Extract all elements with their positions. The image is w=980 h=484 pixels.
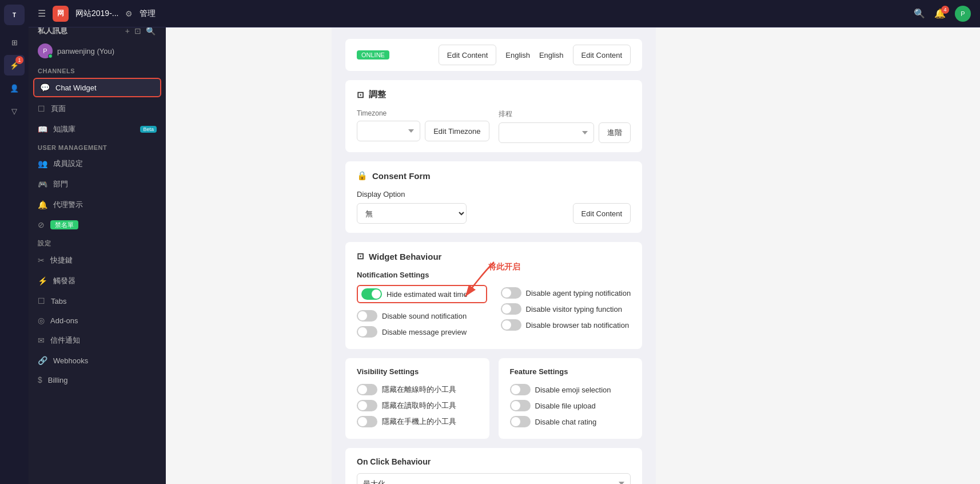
consent-form-header: 🔒 Consent Form (357, 170, 631, 181)
toggle-switch-visitor-typing[interactable] (501, 303, 521, 315)
schedule-select[interactable] (499, 122, 595, 143)
settings-icon: ⚙ (125, 9, 133, 18)
webhooks-icon: 🔗 (38, 356, 47, 365)
home-nav-item[interactable]: ⊞ (4, 32, 25, 53)
toggle-disable-visitor-typing[interactable]: Disable visitor typing function (501, 301, 631, 317)
feature-settings-label: Feature Settings (510, 367, 631, 376)
filter-icon: ▽ (11, 107, 17, 116)
top-partial-section: ONLINE Edit Content English English Edit… (345, 39, 642, 71)
toggle-hide-wait[interactable]: Hide estimated wait time (357, 285, 487, 303)
channels-section-label: Channels (29, 63, 166, 77)
toggle-switch-emoji[interactable] (510, 384, 531, 395)
tabs-icon: ☐ (38, 296, 45, 306)
banned-icon: ⊘ (38, 220, 45, 229)
toggle-label-chat-rating: Disable chat rating (535, 418, 597, 426)
sidebar-item-triggers[interactable]: ⚡ 觸發器 (29, 271, 166, 291)
toggle-disable-sound[interactable]: Disable sound notification (357, 308, 487, 324)
widget-behaviour-title: Widget Behaviour (369, 252, 441, 261)
departments-label: 部門 (53, 179, 68, 189)
contacts-icon: 👤 (10, 84, 19, 93)
onclick-header: On Click Behaviour (357, 457, 631, 466)
schedule-label: 排程 (499, 109, 631, 119)
user-mgmt-section-label: User Management (29, 140, 166, 153)
sidebar-item-members[interactable]: 👥 成員設定 (29, 153, 166, 174)
placeholder-text (399, 51, 429, 59)
toggle-disable-msg-preview[interactable]: Disable message preview (357, 324, 487, 340)
menu-icon[interactable]: ☰ (38, 8, 46, 19)
sidebar-item-departments[interactable]: 🎮 部門 (29, 174, 166, 195)
feature-settings-section: Feature Settings Disable emoji selection… (499, 358, 643, 439)
toggle-label-emoji: Disable emoji selection (535, 386, 611, 394)
departments-icon: 🎮 (38, 180, 47, 189)
sidebar-item-banned[interactable]: ⊘ 禁名單 (29, 215, 166, 235)
triggers-label: 觸發器 (53, 276, 75, 286)
toggle-hide-offline[interactable]: 隱藏在離線時的小工具 (357, 382, 478, 398)
proceed-btn[interactable]: 進階 (599, 122, 631, 143)
toggle-label-visitor-typing: Disable visitor typing function (526, 305, 622, 314)
addons-icon: ◎ (38, 316, 45, 325)
toggle-switch-file-upload[interactable] (510, 400, 531, 411)
toggle-disable-emoji[interactable]: Disable emoji selection (510, 382, 631, 398)
toggle-switch-msg-preview[interactable] (357, 326, 377, 338)
edit-timezone-btn[interactable]: Edit Timezone (425, 121, 489, 141)
sidebar-item-agent-alert[interactable]: 🔔 代理警示 (29, 195, 166, 215)
sidebar-item-knowledge[interactable]: 📖 知識庫 Beta (29, 119, 166, 140)
toggle-disable-file-upload[interactable]: Disable file upload (510, 398, 631, 414)
sidebar-item-email[interactable]: ✉ 信件通知 (29, 330, 166, 351)
contacts-nav-item[interactable]: 👤 (4, 78, 25, 98)
toggle-label-agent-typing: Disable agent typing notification (526, 289, 631, 297)
display-option-row: 無 Edit Content (357, 203, 631, 224)
toggle-switch-reading[interactable] (357, 400, 377, 411)
edit-content-btn-top[interactable]: Edit Content (439, 45, 497, 65)
two-col-settings-row: Visibility Settings 隱藏在離線時的小工具 隱藏在讀取時的小工… (345, 358, 642, 439)
toggle-disable-browser-tab[interactable]: Disable browser tab notification (501, 317, 631, 333)
toggle-label-sound: Disable sound notification (382, 312, 467, 320)
onclick-behaviour-section: On Click Behaviour 最大化 (345, 448, 642, 484)
toggle-label-msg-preview: Disable message preview (382, 328, 467, 336)
adjustments-title: 調整 (369, 89, 386, 100)
sidebar-item-billing[interactable]: $ Billing (29, 370, 166, 390)
toggle-label-hide-wait: Hide estimated wait time (387, 290, 468, 299)
app-logo[interactable]: T (4, 5, 25, 25)
toggle-hide-reading[interactable]: 隱藏在讀取時的小工具 (357, 398, 478, 414)
toggle-switch-hide-wait[interactable] (361, 288, 382, 300)
home-icon: ⊞ (11, 38, 18, 47)
onclick-behaviour-select[interactable]: 最大化 (357, 473, 631, 484)
sidebar-item-addons[interactable]: ◎ Add-ons (29, 311, 166, 330)
left-toggles: Hide estimated wait time Disable sound n… (357, 285, 487, 340)
sidebar-item-chat-widget[interactable]: 💬 Chat Widget (33, 78, 161, 97)
toggle-switch-sound[interactable] (357, 310, 377, 322)
toggle-disable-agent-typing[interactable]: Disable agent typing notification (501, 285, 631, 301)
email-icon: ✉ (38, 336, 45, 345)
timezone-select[interactable] (357, 121, 420, 141)
toggle-label-offline: 隱藏在離線時的小工具 (382, 384, 456, 395)
edit-content-btn-top2[interactable]: Edit Content (573, 45, 631, 65)
user-item-panwenjing[interactable]: P panwenjing (You) (29, 39, 166, 63)
toggle-hide-mobile[interactable]: 隱藏在手機上的小工具 (357, 414, 478, 430)
toggle-label-file-upload: Disable file upload (535, 402, 596, 410)
edit-content-consent-btn[interactable]: Edit Content (573, 203, 631, 224)
top-bar: ☰ 网 网站2019-... ⚙ 管理 🔍 🔔 4 P (29, 0, 656, 27)
visibility-settings-section: Visibility Settings 隱藏在離線時的小工具 隱藏在讀取時的小工… (345, 358, 489, 439)
lang-value: English (505, 51, 530, 59)
timezone-group: Timezone Edit Timezone (357, 109, 489, 143)
sidebar-item-webhooks[interactable]: 🔗 Webhooks (29, 351, 166, 370)
billing-icon: $ (38, 375, 42, 384)
toggle-disable-chat-rating[interactable]: Disable chat rating (510, 414, 631, 430)
toggle-switch-browser-tab[interactable] (501, 319, 521, 331)
toggle-switch-agent-typing[interactable] (501, 287, 521, 299)
activity-nav-item[interactable]: ⚡ 1 (4, 55, 25, 76)
toggle-switch-chat-rating[interactable] (510, 416, 531, 427)
sidebar-item-tabs[interactable]: ☐ Tabs (29, 291, 166, 311)
toggle-switch-offline[interactable] (357, 384, 377, 395)
display-option-select[interactable]: 無 (357, 203, 467, 224)
pages-label: 頁面 (51, 104, 66, 114)
members-label: 成員設定 (53, 158, 83, 169)
notification-grid: Hide estimated wait time Disable sound n… (357, 285, 631, 340)
knowledge-icon: 📖 (38, 125, 47, 134)
sidebar-item-pages[interactable]: ☐ 頁面 (29, 98, 166, 119)
sidebar-item-shortcuts[interactable]: ✂ 快捷鍵 (29, 250, 166, 271)
filter-nav-item[interactable]: ▽ (4, 101, 25, 121)
main-content: ONLINE Edit Content English English Edit… (332, 27, 656, 484)
toggle-switch-mobile[interactable] (357, 416, 377, 427)
